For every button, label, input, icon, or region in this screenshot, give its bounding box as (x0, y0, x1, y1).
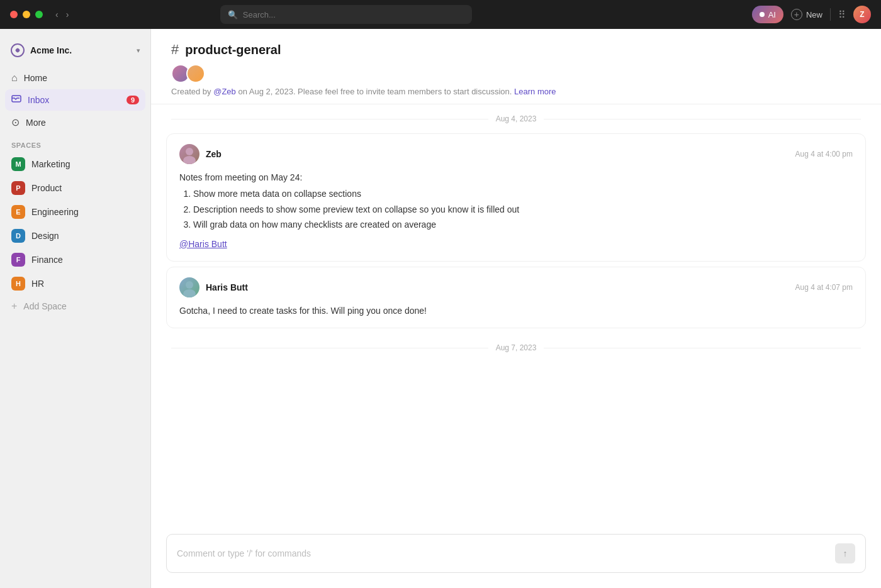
message-time: Aug 4 at 4:00 pm (795, 150, 853, 158)
message-card-haris: Haris Butt Aug 4 at 4:07 pm Gotcha, I ne… (166, 267, 866, 328)
date-divider-aug7: Aug 7, 2023 (151, 333, 881, 357)
sidebar-item-label: More (26, 118, 46, 128)
date-divider-aug4: Aug 4, 2023 (151, 104, 881, 128)
divider-line (171, 348, 488, 348)
comment-box: ↑ (166, 534, 866, 573)
message-body: Notes from meeting on May 24: Show more … (179, 170, 853, 251)
sidebar-item-product[interactable]: P Product (5, 177, 145, 199)
nav-arrows: ‹ › (53, 8, 71, 21)
close-button[interactable] (10, 11, 18, 18)
search-input[interactable] (243, 10, 464, 19)
avatar-haris (179, 277, 199, 297)
message-time: Aug 4 at 4:07 pm (795, 283, 853, 292)
topbar-right: AI + New ⠿ Z (752, 6, 871, 23)
add-icon: + (11, 301, 17, 312)
sidebar-item-marketing[interactable]: M Marketing (5, 153, 145, 175)
channel-header: # product-general Created by @Zeb on Aug… (151, 29, 881, 104)
date-label: Aug 7, 2023 (496, 343, 537, 352)
spaces-section-label: Spaces (5, 134, 145, 152)
search-bar[interactable]: 🔍 (220, 5, 472, 24)
message-header: Haris Butt Aug 4 at 4:07 pm (179, 277, 853, 297)
divider-line (544, 348, 861, 348)
engineering-icon: E (11, 205, 25, 219)
product-icon: P (11, 181, 25, 195)
svg-point-3 (186, 148, 193, 155)
comment-area: ↑ (151, 524, 881, 588)
date-label: Aug 4, 2023 (496, 114, 537, 123)
send-button[interactable]: ↑ (835, 543, 855, 563)
design-icon: D (11, 229, 25, 243)
send-icon: ↑ (843, 548, 848, 558)
add-space-label: Add Space (23, 301, 67, 311)
grid-icon[interactable]: ⠿ (838, 9, 846, 21)
sidebar-item-home[interactable]: ⌂ Home (5, 68, 145, 88)
message-intro: Notes from meeting on May 24: (179, 170, 853, 184)
svg-point-6 (183, 289, 196, 297)
main-layout: Acme Inc. ▾ ⌂ Home Inbox 9 ⊙ More Spaces… (0, 29, 881, 588)
channel-avatars (171, 64, 861, 83)
search-icon: 🔍 (228, 10, 238, 19)
user-avatar[interactable]: Z (853, 6, 871, 23)
space-label: Engineering (31, 207, 79, 217)
divider-line (171, 119, 488, 119)
workspace-icon (10, 43, 25, 58)
message-mention[interactable]: @Haris Butt (179, 239, 227, 249)
hash-icon: # (171, 42, 179, 58)
description-prefix: Created by (171, 87, 213, 96)
divider-line (544, 119, 861, 119)
home-icon: ⌂ (11, 72, 18, 84)
description-date: on Aug 2, 2023. Please feel free to invi… (236, 87, 514, 96)
new-label: New (806, 10, 822, 19)
message-text: Gotcha, I need to create tasks for this.… (179, 304, 853, 318)
forward-button[interactable]: › (64, 8, 72, 21)
message-list: Show more meta data on collapse sections… (179, 187, 853, 231)
window-controls (10, 11, 43, 18)
chevron-down-icon: ▾ (137, 47, 140, 55)
message-author: Haris Butt (206, 282, 248, 292)
comment-input[interactable] (177, 548, 835, 558)
svg-point-1 (16, 48, 20, 52)
message-header: Zeb Aug 4 at 4:00 pm (179, 144, 853, 164)
sidebar-item-hr[interactable]: H HR (5, 272, 145, 295)
messages-area: Aug 4, 2023 Zeb Aug 4 at 4:00 pm N (151, 104, 881, 524)
ai-dot (760, 12, 765, 17)
sidebar-item-engineering[interactable]: E Engineering (5, 201, 145, 223)
sidebar-item-more[interactable]: ⊙ More (5, 112, 145, 133)
sidebar: Acme Inc. ▾ ⌂ Home Inbox 9 ⊙ More Spaces… (0, 29, 151, 588)
channel-name: product-general (185, 43, 281, 57)
topbar: ‹ › 🔍 AI + New ⠿ Z (0, 0, 881, 29)
space-label: Marketing (31, 159, 70, 169)
hr-icon: H (11, 277, 25, 291)
finance-icon: F (11, 253, 25, 267)
space-label: Product (31, 183, 62, 193)
minimize-button[interactable] (23, 11, 30, 18)
sidebar-item-design[interactable]: D Design (5, 225, 145, 247)
ai-button[interactable]: AI (752, 6, 783, 23)
space-label: HR (31, 279, 44, 289)
workspace-header[interactable]: Acme Inc. ▾ (5, 39, 145, 62)
sidebar-item-inbox[interactable]: Inbox 9 (5, 89, 145, 111)
more-icon: ⊙ (11, 116, 20, 128)
svg-point-5 (186, 281, 193, 289)
ai-label: AI (768, 10, 776, 19)
maximize-button[interactable] (35, 11, 43, 18)
channel-avatar-2 (186, 64, 205, 83)
back-button[interactable]: ‹ (53, 8, 61, 21)
inbox-badge: 9 (126, 96, 139, 104)
list-item: Show more meta data on collapse sections (193, 187, 853, 201)
message-body: Gotcha, I need to create tasks for this.… (179, 304, 853, 318)
sidebar-item-label: Inbox (28, 95, 49, 105)
new-button[interactable]: + New (791, 9, 822, 20)
list-item: Description needs to show some preview t… (193, 202, 853, 216)
mention-link[interactable]: @Zeb (213, 87, 236, 96)
plus-icon: + (791, 9, 802, 20)
sidebar-item-finance[interactable]: F Finance (5, 248, 145, 271)
workspace-name: Acme Inc. (30, 45, 72, 55)
divider (830, 8, 831, 21)
space-label: Finance (31, 255, 63, 265)
avatar-zeb (179, 144, 199, 164)
learn-more-link[interactable]: Learn more (514, 87, 556, 96)
marketing-icon: M (11, 157, 25, 171)
add-space-button[interactable]: + Add Space (5, 296, 145, 316)
space-label: Design (31, 231, 59, 241)
